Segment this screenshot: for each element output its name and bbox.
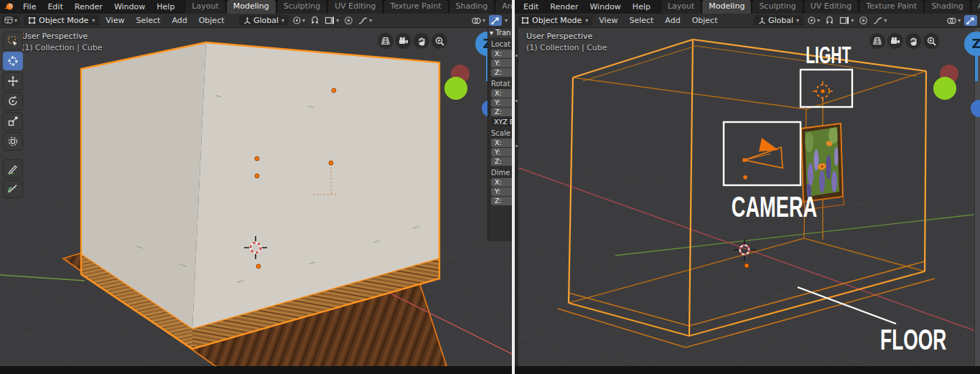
overlays-button[interactable]: ▾ bbox=[470, 15, 487, 26]
menu-render[interactable]: Render bbox=[544, 0, 584, 14]
rotation-x-field[interactable]: X: bbox=[491, 89, 512, 98]
menu-select[interactable]: Select bbox=[131, 16, 165, 25]
tab-shading[interactable]: Shading bbox=[449, 0, 495, 14]
tab-animation[interactable]: Animation bbox=[971, 0, 980, 14]
workspace-tabs: Layout Modeling Sculpting UV Editing Tex… bbox=[661, 0, 980, 14]
euler-order-dropdown[interactable]: XYZ E bbox=[491, 118, 512, 126]
tab-layout[interactable]: Layout bbox=[661, 0, 701, 14]
tab-texture-paint[interactable]: Texture Paint bbox=[859, 0, 923, 14]
camera-view-icon[interactable] bbox=[887, 33, 903, 49]
location-y-field[interactable]: Y: bbox=[491, 59, 512, 67]
tool-rotate[interactable] bbox=[3, 92, 23, 111]
tool-select-box[interactable] bbox=[3, 32, 23, 50]
pivot-point-button[interactable]: ▾ bbox=[806, 15, 821, 26]
menu-view[interactable]: View bbox=[101, 16, 129, 25]
pan-hand-icon[interactable] bbox=[414, 33, 429, 49]
orientation-icon bbox=[758, 17, 766, 24]
snap-target-button[interactable]: ▾ bbox=[838, 15, 855, 26]
pan-hand-icon[interactable] bbox=[905, 33, 921, 49]
tab-shading[interactable]: Shading bbox=[925, 0, 970, 14]
menu-window[interactable]: Window bbox=[108, 0, 151, 14]
header-left-group: ▾ Object Mode ▾ View Select Add Object bbox=[0, 15, 230, 26]
location-z-field[interactable]: Z: bbox=[491, 68, 512, 77]
viewport-3d-right[interactable]: User Perspective (1) Collection | Cube L… bbox=[515, 27, 980, 366]
statusbar bbox=[515, 366, 980, 374]
menu-help[interactable]: Help bbox=[151, 0, 180, 14]
tab-texture-paint[interactable]: Texture Paint bbox=[384, 0, 448, 14]
rotation-y-field[interactable]: Y: bbox=[491, 98, 512, 107]
tab-modeling[interactable]: Modeling bbox=[227, 0, 276, 14]
menu-help[interactable]: Help bbox=[627, 0, 656, 14]
viewport-3d-left[interactable]: User Perspective (1) Collection | Cube bbox=[0, 27, 512, 366]
menu-file[interactable]: File bbox=[17, 0, 42, 14]
scale-z-field[interactable]: Z: bbox=[491, 157, 512, 166]
editor-type-button[interactable]: ▾ bbox=[2, 15, 19, 26]
gizmo-z-label: Z bbox=[971, 36, 980, 51]
cursor-3d bbox=[734, 239, 755, 261]
tab-animation[interactable]: Animation bbox=[495, 0, 512, 14]
overlays-button[interactable]: ▾ bbox=[945, 15, 962, 26]
menu-add[interactable]: Add bbox=[660, 16, 685, 25]
tool-scale[interactable] bbox=[3, 112, 23, 131]
toggle-perspective-icon[interactable] bbox=[869, 33, 885, 49]
tool-move[interactable] bbox=[3, 72, 23, 90]
dimensions-x-field[interactable]: X: bbox=[491, 178, 512, 187]
menu-view[interactable]: View bbox=[594, 16, 622, 25]
gizmo-toggle-button[interactable] bbox=[964, 15, 977, 26]
falloff-curve-button[interactable]: ▾ bbox=[872, 15, 888, 26]
navigation-gizmo[interactable]: Z X bbox=[923, 31, 969, 80]
tool-separator bbox=[3, 152, 24, 158]
location-x-field[interactable]: X: bbox=[491, 50, 512, 58]
panel-header[interactable]: ▾ Tran bbox=[488, 27, 512, 38]
toggle-perspective-icon[interactable] bbox=[378, 33, 393, 49]
tab-uv-editing[interactable]: UV Editing bbox=[804, 0, 858, 14]
tab-layout[interactable]: Layout bbox=[185, 0, 225, 14]
menu-edit[interactable]: Edit bbox=[518, 0, 544, 14]
snap-magnet-button[interactable] bbox=[823, 15, 836, 26]
menu-add[interactable]: Add bbox=[167, 16, 192, 25]
orientation-dropdown[interactable]: Global ▾ bbox=[754, 15, 803, 26]
blender-logo-icon[interactable] bbox=[0, 0, 17, 14]
collection-context-label: (1) Collection | Cube bbox=[526, 43, 607, 52]
tab-uv-editing[interactable]: UV Editing bbox=[328, 0, 382, 14]
scale-label: Scale bbox=[488, 127, 512, 138]
chevron-down-icon: ▾ bbox=[482, 18, 485, 24]
menu-select[interactable]: Select bbox=[624, 16, 658, 25]
menu-window[interactable]: Window bbox=[584, 0, 626, 14]
tab-modeling[interactable]: Modeling bbox=[702, 0, 751, 14]
falloff-curve-button[interactable]: ▾ bbox=[357, 15, 373, 26]
tab-sculpting[interactable]: Sculpting bbox=[752, 0, 802, 14]
gizmo-toggle-button[interactable] bbox=[489, 15, 502, 26]
gizmo-y-axis[interactable] bbox=[933, 77, 956, 100]
scale-y-field[interactable]: Y: bbox=[491, 148, 512, 156]
tab-sculpting[interactable]: Sculpting bbox=[277, 0, 327, 14]
mode-dropdown[interactable]: Object Mode ▾ bbox=[517, 15, 592, 26]
menu-object[interactable]: Object bbox=[194, 16, 230, 25]
axis-y-green bbox=[0, 275, 85, 281]
snap-target-button[interactable]: ▾ bbox=[323, 15, 340, 26]
window-divider[interactable] bbox=[512, 0, 515, 374]
dimensions-z-field[interactable]: Z: bbox=[491, 197, 512, 205]
object-mode-icon bbox=[28, 17, 36, 24]
scale-x-field[interactable]: X: bbox=[491, 139, 512, 147]
gizmo-y-axis[interactable] bbox=[444, 77, 467, 100]
tool-annotate[interactable] bbox=[3, 159, 23, 178]
snap-magnet-button[interactable] bbox=[309, 15, 321, 26]
tool-cursor[interactable] bbox=[3, 52, 23, 70]
menu-render[interactable]: Render bbox=[69, 0, 108, 14]
menu-edit[interactable]: Edit bbox=[42, 0, 68, 14]
pivot-point-button[interactable]: ▾ bbox=[291, 15, 307, 26]
orientation-dropdown[interactable]: Global ▾ bbox=[239, 15, 289, 26]
proportional-edit-button[interactable] bbox=[342, 15, 355, 26]
menu-object[interactable]: Object bbox=[687, 16, 723, 25]
mode-dropdown[interactable]: Object Mode ▾ bbox=[24, 15, 99, 26]
dimensions-y-field[interactable]: Y: bbox=[491, 187, 512, 196]
rotation-z-field[interactable]: Z: bbox=[491, 108, 512, 116]
viewport-header: ▾ Object Mode ▾ View Select Add Object G… bbox=[0, 14, 512, 28]
tool-transform[interactable] bbox=[3, 132, 23, 151]
navigation-gizmo[interactable]: Z X bbox=[434, 31, 480, 80]
tool-measure[interactable] bbox=[3, 179, 23, 198]
proportional-edit-button[interactable] bbox=[857, 15, 869, 26]
camera-view-icon[interactable] bbox=[396, 33, 411, 49]
camera-object[interactable] bbox=[742, 138, 783, 179]
